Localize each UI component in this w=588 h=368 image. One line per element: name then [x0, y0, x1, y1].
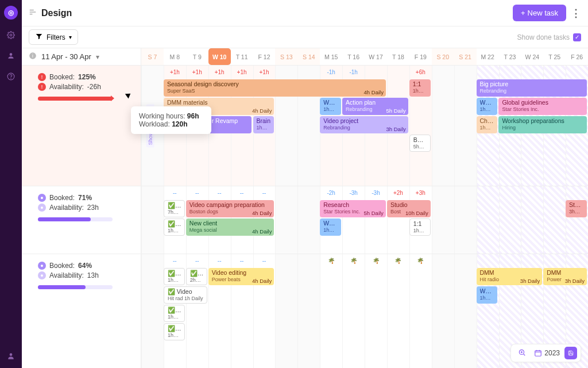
task-card[interactable]: Week1h… [477, 286, 498, 304]
task-card[interactable]: StudioBost10h Daily [387, 200, 431, 217]
task-subtitle: 1h… [480, 295, 494, 301]
task-subtitle: 1h… [168, 277, 181, 283]
task-card[interactable]: DMMPower3h Daily [543, 268, 587, 285]
task-subtitle: Star Stories Inc. [502, 106, 583, 113]
info-icon[interactable]: i [29, 52, 37, 62]
svg-point-4 [10, 353, 13, 356]
task-card[interactable]: ✅ Pla7h… [164, 200, 185, 217]
day-header[interactable]: T 18 [387, 48, 409, 65]
task-subtitle: 1h… [323, 227, 338, 233]
task-subtitle: 1h… [323, 106, 338, 113]
task-card[interactable]: Check1h… [477, 116, 498, 133]
menu-icon[interactable] [29, 8, 37, 18]
zoom-icon[interactable] [514, 348, 529, 358]
year-picker[interactable]: 2023 [533, 349, 561, 357]
day-header[interactable]: F 12 [253, 48, 276, 65]
day-header[interactable]: S 13 [275, 48, 297, 65]
day-header[interactable]: T 11 [231, 48, 253, 65]
day-header[interactable]: T 16 [342, 48, 365, 65]
task-duration: 3h Daily [565, 278, 585, 284]
gear-icon[interactable] [6, 30, 16, 40]
task-card[interactable]: Big pictureRebranding [477, 79, 587, 97]
user-avatar-icon[interactable] [6, 351, 16, 361]
task-name: Research [323, 201, 382, 209]
task-name: Video project [323, 117, 405, 125]
task-duration: 4h Daily [252, 210, 272, 216]
people-icon[interactable] [6, 51, 16, 61]
task-card[interactable]: Video editingPower beats4h Daily [208, 268, 274, 285]
help-icon[interactable] [6, 71, 16, 82]
task-card[interactable]: Video campaign preparationBoston dogs4h … [186, 200, 274, 217]
task-card[interactable]: 1:11h… [409, 79, 431, 97]
workload-bar[interactable] [38, 217, 113, 221]
day-header[interactable]: F 26 [566, 48, 588, 65]
task-card[interactable]: ✅ We1h… [164, 268, 185, 285]
task-subtitle: Rebranding [480, 88, 584, 94]
task-subtitle: 1h… [168, 228, 181, 234]
task-card[interactable]: New clientMega social4h Daily [186, 218, 274, 236]
task-duration: 5h Daily [386, 108, 405, 114]
day-header[interactable]: M 22 [477, 48, 499, 65]
show-done-checkbox[interactable]: ✓ [573, 33, 581, 41]
day-header[interactable]: F 19 [409, 48, 432, 65]
task-card[interactable]: Seasonal design discoverySuper SaaS4h Da… [164, 79, 386, 97]
filters-button[interactable]: Filters ▾ [29, 29, 78, 45]
task-card[interactable]: Brain1h… [253, 116, 274, 133]
day-header[interactable]: W 10 [208, 48, 231, 65]
task-card[interactable]: Week1h… [320, 98, 341, 115]
task-card[interactable]: ✅ Pla2h… [186, 268, 207, 285]
day-header[interactable]: T 23 [499, 48, 521, 65]
day-header[interactable]: T 25 [543, 48, 566, 65]
task-card[interactable]: Video projectRebranding3h Daily [320, 116, 408, 133]
task-subtitle: 7h… [168, 209, 181, 216]
day-header[interactable]: T 9 [186, 48, 208, 65]
task-name: DMM [480, 269, 539, 277]
day-header[interactable]: M 15 [320, 48, 342, 65]
day-header[interactable]: S 14 [297, 48, 320, 65]
task-card[interactable]: Workshop preparationsHiring [498, 116, 587, 133]
user-row-john: john ●Booked: 71% ●Availability: 23h [22, 186, 141, 254]
kebab-menu-icon[interactable]: ⋮ [571, 7, 581, 20]
date-range[interactable]: 11 Apr - 30 Apr [41, 52, 91, 61]
task-subtitle: 1h… [168, 314, 181, 320]
task-card[interactable]: ✅ PR1h… [164, 323, 185, 340]
task-name: Board [413, 136, 427, 144]
task-name: Studio [569, 201, 583, 209]
task-card[interactable]: Global guidelinesStar Stories Inc. [498, 98, 587, 115]
task-subtitle: Hiring [502, 125, 583, 131]
task-card[interactable]: Week1h… [320, 218, 341, 236]
task-duration: 10h Daily [405, 210, 428, 216]
workload-bar[interactable] [38, 97, 113, 101]
new-task-button[interactable]: +New task [513, 5, 566, 21]
task-card[interactable]: ✅ 1:11h… [164, 305, 185, 322]
save-icon[interactable] [564, 347, 577, 359]
task-name: DMM materials [167, 99, 271, 106]
day-header[interactable]: M 8 [164, 48, 186, 65]
workload-bar[interactable] [38, 285, 113, 289]
task-card[interactable]: ✅ We1h… [164, 218, 185, 236]
filter-icon [35, 32, 43, 42]
task-card[interactable]: Studio3h… [566, 200, 587, 217]
day-header[interactable]: S 7 [141, 48, 164, 65]
task-card[interactable]: DMMHit radio3h Daily [477, 268, 543, 285]
day-header[interactable]: W 24 [521, 48, 543, 65]
day-header[interactable]: S 21 [454, 48, 477, 65]
chevron-down-icon[interactable]: ▾ [96, 53, 99, 61]
task-duration: 3h Daily [386, 126, 405, 132]
task-card[interactable]: Action planRebranding5h Daily [342, 98, 408, 115]
user-row-jane: jane !Booked: 125% !Availability: -26h S… [22, 66, 141, 186]
task-card[interactable]: 1:11h… [409, 218, 431, 236]
task-card[interactable]: Board5h… [409, 135, 431, 152]
day-header[interactable]: W 17 [365, 48, 387, 65]
task-name: ✅ Pla [190, 270, 203, 277]
task-card[interactable]: Week1h… [477, 98, 498, 115]
app-logo-icon[interactable]: ◎ [4, 6, 18, 20]
task-subtitle: Super SaaS [167, 88, 382, 94]
task-card[interactable]: r Revamp [208, 116, 252, 133]
alert-icon: ! [38, 83, 46, 91]
task-name: ✅ Pla [168, 202, 181, 209]
task-name: Seasonal design discovery [167, 80, 382, 88]
task-card[interactable]: ✅ VideoHit rad 1h Daily [164, 286, 207, 304]
day-header[interactable]: S 20 [432, 48, 454, 65]
task-card[interactable]: ResearchStar Stories Inc.5h Daily [320, 200, 386, 217]
